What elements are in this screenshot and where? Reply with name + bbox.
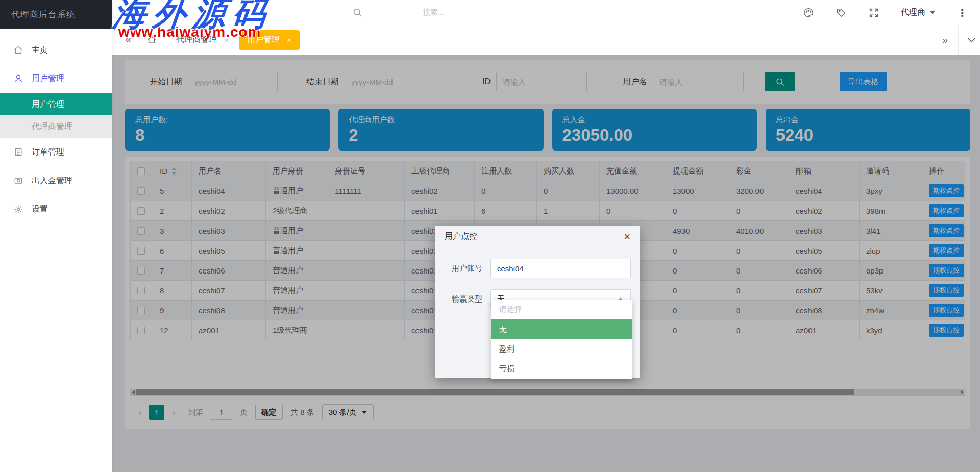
next-page-button[interactable]: › [169, 407, 178, 418]
scroll-left-icon[interactable] [132, 390, 135, 395]
money-icon [13, 176, 23, 186]
scroll-right-icon[interactable] [961, 390, 964, 395]
option-control-button[interactable]: 期权点控 [929, 244, 964, 257]
sidebar-item-order-management[interactable]: 订单管理 [0, 138, 112, 166]
table-cell: ceshi02 [192, 201, 266, 221]
table-cell: 0 [600, 201, 666, 221]
row-checkbox-cell [131, 261, 153, 281]
home-icon [13, 45, 23, 55]
username-input[interactable] [653, 72, 744, 91]
username: 代理商 [901, 7, 925, 18]
table-cell: 8 [153, 281, 192, 301]
stat-value: 23050.00 [562, 127, 747, 143]
goto-page-input[interactable] [210, 405, 233, 420]
table-cell: k3yd [860, 320, 922, 340]
tab-agent-management[interactable]: 代理商管理 × [176, 35, 229, 45]
confirm-page-button[interactable]: 确定 [255, 405, 283, 420]
export-table-button[interactable]: 导出表格 [840, 72, 887, 91]
tabs-expand-icon[interactable]: » [932, 25, 958, 55]
current-page-button[interactable]: 1 [149, 405, 164, 420]
stat-value: 2 [349, 127, 533, 143]
user-menu[interactable]: 代理商 [901, 7, 936, 18]
start-date-input[interactable] [188, 72, 278, 91]
option-control-button[interactable]: 期权点控 [929, 284, 964, 297]
scrollbar-thumb[interactable] [136, 389, 854, 395]
table-cell: 53kv [860, 281, 922, 301]
dropdown-option[interactable]: 盈利 [491, 339, 632, 359]
sidebar-subitem-agent-management[interactable]: 代理商管理 [0, 115, 112, 138]
row-checkbox[interactable] [137, 227, 145, 235]
sidebar-item-home[interactable]: 主页 [0, 36, 112, 64]
sidebar-item-label: 出入金管理 [32, 176, 72, 186]
sidebar-menu: 主页 用户管理 用户管理 代理商管理 订单管理 [0, 29, 112, 223]
close-icon[interactable]: × [287, 36, 291, 44]
sidebar-subitem-user-management[interactable]: 用户管理 [0, 93, 112, 115]
topbar-search-placeholder[interactable]: 搜索... [423, 8, 445, 17]
option-control-button[interactable]: 期权点控 [929, 204, 964, 217]
table-cell: 普通用户 [266, 301, 328, 320]
row-checkbox-cell [131, 281, 153, 301]
row-checkbox-cell [131, 320, 153, 340]
search-button[interactable] [765, 72, 795, 91]
tag-icon[interactable] [836, 7, 847, 18]
select-all-checkbox[interactable] [137, 167, 145, 175]
search-icon[interactable] [352, 7, 363, 18]
option-control-button[interactable]: 期权点控 [929, 264, 964, 277]
option-control-button[interactable]: 期权点控 [929, 304, 964, 317]
more-dots-icon[interactable]: ⋮ [957, 7, 967, 19]
horizontal-scrollbar[interactable] [130, 389, 965, 396]
option-control-button[interactable]: 期权点控 [929, 224, 964, 237]
id-input[interactable] [496, 72, 587, 91]
close-icon[interactable]: × [224, 36, 229, 44]
row-checkbox[interactable] [137, 207, 145, 215]
account-field-row: 用户账号 [435, 259, 640, 278]
column-header: 购买人数 [537, 161, 600, 181]
table-cell: 0 [475, 181, 537, 201]
end-date-input[interactable] [345, 72, 434, 91]
option-control-button[interactable]: 期权点控 [929, 184, 964, 197]
table-cell: 3l41 [860, 221, 922, 241]
table-cell: 0 [729, 261, 789, 281]
table-cell: ceshi05 [789, 241, 860, 261]
tab-user-management[interactable]: 用户管理 × [239, 30, 300, 50]
action-cell: 期权点控 [922, 181, 965, 201]
modal-close-icon[interactable]: × [624, 231, 630, 242]
fullscreen-icon[interactable] [868, 7, 879, 18]
account-input[interactable] [490, 259, 631, 278]
home-tab-icon[interactable] [146, 35, 157, 45]
row-checkbox[interactable] [137, 267, 145, 275]
dropdown-option[interactable]: 无 [491, 319, 632, 339]
row-checkbox[interactable] [137, 247, 145, 255]
stat-card-total-users: 总用户数: 8 [125, 109, 330, 151]
palette-icon[interactable] [803, 7, 814, 18]
column-header: 邮箱 [789, 161, 860, 181]
prev-page-button[interactable]: ‹ [135, 407, 144, 418]
tabs-menu-icon[interactable] [958, 25, 980, 55]
row-checkbox[interactable] [137, 287, 145, 294]
option-control-button[interactable]: 期权点控 [929, 324, 964, 337]
tabs-collapse-icon[interactable]: « [125, 33, 131, 46]
sidebar-item-funds-management[interactable]: 出入金管理 [0, 166, 112, 195]
chevron-down-icon [362, 411, 367, 414]
account-label: 用户账号 [435, 264, 482, 274]
table-cell: 0 [729, 301, 789, 320]
per-page-select[interactable]: 30 条/页 [322, 404, 374, 420]
table-cell: 6 [475, 201, 537, 221]
row-checkbox[interactable] [137, 187, 145, 195]
table-header-row: ID用户名用户身份身份证号上级代理商注册人数购买人数充值金额提现金额彩金邮箱邀请… [131, 161, 965, 181]
tab-label: 用户管理 [247, 35, 280, 45]
dropdown-option[interactable]: 亏损 [491, 359, 632, 379]
table-cell: 0 [729, 201, 789, 221]
sidebar-item-settings[interactable]: 设置 [0, 195, 112, 223]
sort-icon[interactable] [172, 167, 177, 175]
row-checkbox[interactable] [137, 327, 145, 334]
dropdown-option[interactable]: 请选择 [491, 300, 632, 319]
stat-card-agent-users: 代理商用户数 2 [338, 109, 543, 151]
sidebar-item-user-management[interactable]: 用户管理 [0, 64, 112, 93]
row-checkbox-cell [131, 201, 153, 221]
table-cell: 普通用户 [266, 181, 328, 201]
row-checkbox-cell [131, 181, 153, 201]
sidebar-item-label: 订单管理 [32, 147, 64, 158]
action-cell: 期权点控 [922, 320, 965, 340]
row-checkbox[interactable] [137, 307, 145, 314]
